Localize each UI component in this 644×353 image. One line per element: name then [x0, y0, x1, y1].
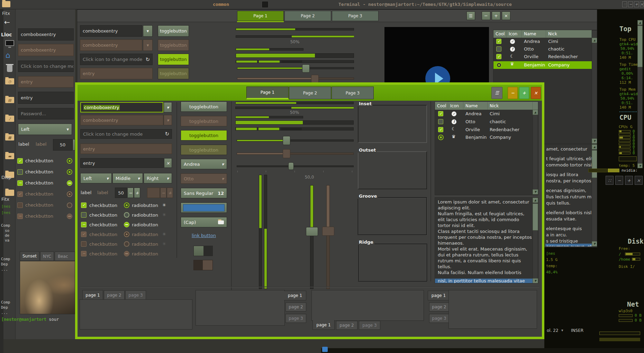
tree-check[interactable]: [496, 46, 501, 52]
notebook2-tab-page1[interactable]: page 1: [284, 291, 306, 300]
switch-off[interactable]: [193, 246, 213, 256]
tree-cell-nick[interactable]: Cimi: [490, 111, 500, 117]
notebook4-tab-page2[interactable]: page 2: [429, 302, 449, 311]
comboboxentry-input-focused[interactable]: comboboxentry: [80, 102, 163, 112]
checkbutton-mixed[interactable]: −: [81, 222, 87, 227]
textview[interactable]: Lorem ipsum dolor sit amet, consectetur …: [435, 197, 538, 283]
spin-minus-button[interactable]: −: [127, 188, 134, 198]
tab-nyc[interactable]: NYC: [40, 252, 54, 261]
scroll-down-button[interactable]: ▼: [533, 189, 538, 194]
scale-handle[interactable]: [283, 136, 290, 145]
panel-minimize-button[interactable]: −: [628, 1, 633, 7]
name-combobox[interactable]: Andrea▾: [181, 159, 227, 169]
ghost-restore-button[interactable]: ∷: [606, 176, 614, 185]
tree-col-nick[interactable]: Nick: [488, 102, 533, 110]
link-label[interactable]: link button: [192, 233, 216, 238]
notebook4-tab-page1[interactable]: page 1: [428, 291, 449, 300]
spin-plus-button[interactable]: +: [134, 188, 140, 198]
entry-input[interactable]: entry: [80, 158, 164, 168]
scale-track[interactable]: [237, 139, 354, 142]
folder-videos-icon[interactable]: ▬: [5, 153, 14, 159]
tree-cell-name[interactable]: Andrea: [465, 111, 481, 117]
tree-check[interactable]: [438, 119, 443, 124]
color-button[interactable]: [181, 202, 227, 213]
bg-menu-button[interactable]: ☰: [466, 11, 475, 20]
refresh-icon[interactable]: ↻: [145, 56, 150, 63]
right-combobox[interactable]: Right▾: [144, 173, 172, 183]
panel-maximize-button[interactable]: +: [634, 1, 639, 7]
filemanager-menu-file[interactable]: Fitx: [2, 11, 10, 16]
tree-check[interactable]: ✓: [496, 39, 501, 44]
maximize-button[interactable]: +: [519, 87, 529, 99]
terminal-app-icon[interactable]: [262, 1, 269, 8]
folder-documents-icon[interactable]: ▤: [5, 97, 14, 103]
refresh-icon[interactable]: ↻: [165, 131, 169, 137]
scroll-down-button[interactable]: ▼: [592, 138, 597, 144]
togglebutton-active[interactable]: togglebutton: [158, 54, 189, 65]
tree-radio[interactable]: [496, 62, 502, 68]
notebook1-tab-page2[interactable]: page 2: [104, 290, 125, 300]
left-combobox[interactable]: Left▾: [80, 173, 112, 183]
scroll-up-button[interactable]: ▲: [592, 38, 597, 43]
checkbutton-checked[interactable]: ✓: [81, 202, 87, 208]
radiobutton-mixed[interactable]: [124, 222, 129, 227]
tree-cell-name[interactable]: Orville: [465, 127, 480, 133]
tree-col-cool[interactable]: Cool: [493, 30, 507, 38]
notebook1-tab-page1[interactable]: page 1: [82, 290, 103, 300]
scroll-down-button[interactable]: ▼: [637, 163, 643, 168]
bg-tab-page1[interactable]: Page 1: [237, 11, 284, 21]
tree-scrollbar[interactable]: [592, 30, 597, 144]
notebook3-tab-page1[interactable]: page 1: [312, 320, 335, 330]
scroll-slider[interactable]: [637, 26, 643, 67]
statusbar-insert-mode[interactable]: INSER: [571, 328, 583, 333]
tree-col-name[interactable]: Name: [463, 102, 488, 110]
comboboxentry-input[interactable]: comboboxentry: [80, 25, 142, 37]
tab-sunset[interactable]: Sunset: [20, 251, 39, 261]
tree-cell-nick[interactable]: Redenbacher: [548, 54, 578, 60]
vertical-scale-track[interactable]: [310, 185, 314, 289]
tab-page1-selected[interactable]: Page 1: [246, 87, 289, 99]
tree-cell-name[interactable]: Benjamin: [465, 135, 487, 140]
tab-page3[interactable]: Page 3: [332, 87, 374, 99]
clear-entry-button[interactable]: ×: [164, 158, 172, 168]
scroll-slider[interactable]: [592, 150, 597, 178]
panel-close-button[interactable]: ×: [640, 1, 644, 7]
tree-col-name[interactable]: Name: [522, 30, 546, 38]
entry-input[interactable]: entry: [18, 92, 74, 104]
left-combobox[interactable]: Left▾: [18, 124, 72, 135]
spin-minus-button[interactable]: [73, 139, 75, 151]
font-button[interactable]: Sans Regular12: [181, 188, 227, 198]
scroll-down-button[interactable]: ▼: [592, 241, 597, 246]
scale-track-marks[interactable]: [237, 165, 354, 167]
togglebutton[interactable]: togglebutton: [181, 101, 227, 112]
bg-tab-page2[interactable]: Page 2: [284, 11, 331, 21]
spinbutton-value[interactable]: 50: [115, 188, 127, 198]
notebook1-tab-page3[interactable]: page 3: [125, 290, 146, 300]
scale-handle[interactable]: [288, 162, 294, 170]
vertical-scale-handle[interactable]: [306, 227, 318, 236]
trash-icon[interactable]: [7, 65, 12, 72]
panel-restore-button[interactable]: ∷: [622, 1, 627, 7]
checkbutton-mixed[interactable]: −: [17, 180, 23, 186]
mode-entry[interactable]: Click icon to change mode: [18, 61, 74, 72]
file-chooser-button[interactable]: (Cap): [181, 217, 227, 227]
tree-check[interactable]: ✓: [438, 111, 443, 116]
checkbutton-unchecked[interactable]: [17, 169, 23, 175]
taskbar-app-icon[interactable]: [322, 347, 328, 352]
scale-track[interactable]: [237, 67, 354, 69]
scroll-down-button[interactable]: ▼: [533, 278, 538, 283]
comboboxentry-input[interactable]: comboboxentry: [18, 28, 74, 40]
scroll-slider[interactable]: [533, 203, 538, 230]
scroll-up-button[interactable]: ▲: [637, 20, 643, 25]
tree-col-icon[interactable]: Icon: [448, 102, 463, 110]
statusbar-column[interactable]: ol. 22: [547, 328, 559, 333]
radiobutton-selected[interactable]: [67, 158, 72, 164]
tree-cell-name[interactable]: Benjamin: [524, 62, 545, 68]
scroll-up-button[interactable]: ▲: [592, 144, 597, 150]
tree-cell-nick[interactable]: Cimi: [548, 39, 558, 44]
radiobutton-selected[interactable]: [67, 169, 72, 175]
tree-col-cool[interactable]: Cool: [435, 102, 448, 110]
ghost-minimize-button[interactable]: −: [615, 176, 623, 185]
password-field[interactable]: Password...: [18, 108, 74, 119]
folder-recent-icon[interactable]: ◷: [5, 78, 14, 84]
